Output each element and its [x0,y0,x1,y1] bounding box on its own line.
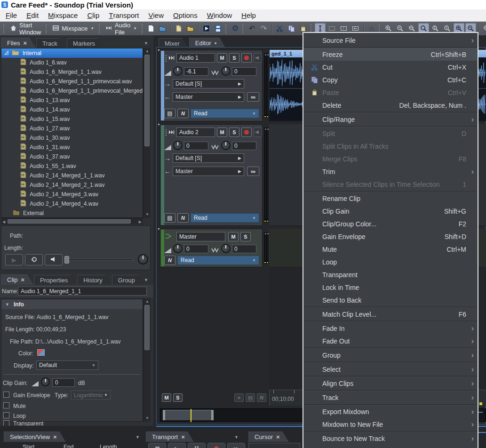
close-icon[interactable]: × [23,40,27,46]
menu-item-trim[interactable]: Trim› [303,165,478,178]
automation-mode-dropdown[interactable]: Read▼ [191,213,259,223]
menu-item-gain-envelope[interactable]: Gain EnvelopeShift+D [303,230,478,243]
file-item[interactable]: Audio 1_31.wav [1,143,143,152]
tab-clip[interactable]: Clip× [1,274,33,285]
stop-button[interactable] [148,443,166,448]
tab-history[interactable]: History [77,275,111,285]
tab-group[interactable]: Group [112,275,144,285]
menu-item-delete[interactable]: DeleteDel, Backspace, Num . [303,99,478,112]
menu-item-group[interactable]: Group› [303,349,478,361]
menu-item-copy[interactable]: CopyCtrl+C [303,73,478,86]
expand-triangle-icon[interactable] [4,50,8,56]
menu-item-cut[interactable]: CutCtrl+X [303,61,478,73]
file-item[interactable]: Audio 1_37.wav [1,152,143,161]
menu-item-mixdown-to-new-file[interactable]: Mixdown to New File› [303,418,478,431]
menu-window[interactable]: Window [202,9,237,21]
gain-envelope-checkbox[interactable] [3,392,9,398]
file-item[interactable]: Audio 1_30.wav [1,133,143,143]
undo-icon[interactable]: ↶ [247,23,257,34]
new-project-icon[interactable] [145,23,156,34]
output-route-selector[interactable]: Default [S]▶ [173,79,244,88]
start-window-button[interactable]: Start Window [7,23,44,34]
new-file-icon[interactable] [173,23,184,34]
scrollbar-thumb[interactable] [144,305,150,350]
menu-item-clip-gain[interactable]: Clip GainShift+G [303,205,478,217]
menu-item-align-clips[interactable]: Align Clips› [303,377,478,390]
menu-options[interactable]: Options [168,9,202,21]
track-name-field[interactable]: Audio 2 [176,128,215,137]
clip-color-swatch[interactable] [37,349,45,356]
slider-handle[interactable] [64,256,69,264]
display-dropdown[interactable]: Default▼ [36,360,98,370]
link-button[interactable]: ∞ [247,167,259,176]
file-item[interactable]: Audio 2_14_Merged_4.wav [1,199,143,208]
pan-value[interactable]: 0 [232,67,256,76]
track-list-button[interactable]: ▤ [164,109,175,118]
mute-button[interactable]: M [228,232,239,241]
folder-item-internal[interactable]: Internal [1,48,143,58]
save-icon[interactable] [213,23,223,34]
file-item[interactable]: Audio 1_55_1.wav [1,161,143,171]
clip-gain-input[interactable]: 0 [52,378,75,387]
monitor-button[interactable] [254,128,262,137]
automation-mode-dropdown[interactable]: Read▼ [191,109,259,118]
preview-volume-knob[interactable] [138,254,148,264]
preview-loop-button[interactable] [25,254,43,265]
pan-value[interactable]: 0 [232,142,256,150]
menu-item-send-to-back[interactable]: Send to Back [303,294,478,306]
record-button[interactable] [207,443,225,448]
menu-item-fade-in[interactable]: Fade In› [303,322,478,335]
scroll-right-icon[interactable]: ▶ [139,220,142,224]
file-item[interactable]: Audio 1_6_Merged_1_1_primevocal_Merged.w… [1,86,143,96]
menu-item-loop[interactable]: Loop [303,256,478,268]
scroll-down-icon[interactable]: ▼ [145,213,149,216]
mute-button[interactable]: M [217,128,227,137]
menu-item-clip-group-color[interactable]: Clip/Group Color...F2 [303,217,478,230]
menu-item-bounce-to-new-track[interactable]: Bounce to New Track› [303,432,478,445]
menu-view[interactable]: View [143,9,168,21]
tracks-mute-button[interactable]: M [162,393,171,402]
tab-selection-view[interactable]: Selection/View× [4,432,66,442]
input-route-selector[interactable]: Master▶ [173,92,244,102]
settings-icon[interactable]: ⚙ [230,23,240,34]
scroll-down-icon[interactable]: ▼ [145,416,149,420]
tab-transport[interactable]: Transport× [146,432,194,442]
loop-checkbox[interactable] [3,412,9,418]
audio-file-button[interactable]: Audio File▼ [102,23,140,34]
automation-button[interactable]: N [164,256,175,265]
input-route-selector[interactable]: Master▶ [173,167,244,176]
output-route-selector[interactable]: Default [S]▶ [173,153,244,163]
file-tree-hscrollbar[interactable]: ◀ ▶ [1,218,143,224]
file-item[interactable]: Audio 1_6_Merged_1_1_primevocal.wav [1,77,143,86]
record-arm-button[interactable] [241,53,252,63]
file-tree-scrollbar[interactable]: ▲ ▼ [143,48,151,218]
preview-play-button[interactable]: ▶ [5,254,23,265]
menu-item-select[interactable]: Select› [303,363,478,376]
menu-item-export-mixdown[interactable]: Export Mixdown› [303,405,478,418]
play-button[interactable]: ▶ [168,443,186,448]
tracks-solo-button[interactable]: S [173,393,183,402]
play-file-icon[interactable] [201,23,212,34]
mute-button[interactable]: M [217,53,227,63]
file-item[interactable]: Audio 2_14_Merged_1_1.wav [1,171,143,180]
tab-menu-dropdown[interactable]: ▼ [144,41,148,46]
track-drag-handle[interactable] [166,129,167,136]
folder-item-external[interactable]: External [1,208,143,218]
skip-button[interactable]: ▶▶ [227,443,245,448]
file-item[interactable]: Audio 1_13.wav [1,96,143,105]
tab-track[interactable]: Track [36,38,66,48]
tab-menu-dropdown[interactable]: ▼ [144,278,148,282]
pan-knob[interactable] [221,66,231,76]
solo-button[interactable]: S [229,128,239,137]
tab-cursor[interactable]: Cursor× [248,432,289,442]
volume-knob[interactable] [173,244,183,253]
scroll-up-icon[interactable]: ▲ [145,49,149,53]
volume-value[interactable]: 0 [184,245,208,253]
scrollbar-thumb[interactable] [144,55,150,146]
menu-file[interactable]: File [1,9,22,21]
close-icon[interactable]: × [53,434,57,440]
pan-value[interactable]: 0 [232,245,256,253]
overview-range[interactable] [163,410,214,420]
volume-value[interactable]: -6.1 [184,67,208,76]
track-color-strip[interactable] [161,125,164,225]
